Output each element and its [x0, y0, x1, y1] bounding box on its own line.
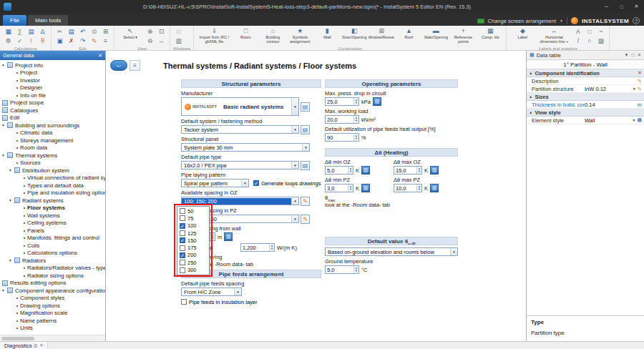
spacing-checkbox[interactable] — [180, 223, 185, 229]
tree-expander-icon[interactable]: ▾ — [2, 288, 7, 293]
sidebar-item-magnification-scale[interactable]: •Magnification scale — [0, 310, 105, 318]
clear-icon[interactable]: ✕ — [638, 70, 642, 76]
default-value-select[interactable]: Based on-ground elevation and rooms belo… — [325, 247, 458, 256]
sidebar-item-radiators[interactable]: ▾Radiators — [0, 257, 105, 265]
draw-rectangle-icon[interactable]: □ — [584, 27, 595, 36]
catalogue-button[interactable]: ▤ — [301, 102, 310, 112]
sidebar-item-investor[interactable]: •Investor — [0, 77, 105, 84]
structural-panel-select[interactable]: System plate 30 mm ▼ — [181, 143, 310, 152]
ground-temperature-input[interactable]: 5,0 ▲▼ — [325, 265, 359, 274]
sidebar-item-radiator-sizing-options[interactable]: •Radiator sizing options — [0, 272, 105, 280]
dropdown-arrow-icon[interactable]: ▼ — [234, 288, 241, 295]
panel-menu-icon[interactable]: ▼ — [624, 52, 628, 58]
formula-icon[interactable]: ▥ — [224, 232, 233, 241]
sidebar-item-project[interactable]: •Project — [0, 69, 105, 77]
spacing-option-150[interactable]: 150 — [177, 237, 209, 244]
partition-structure-value[interactable]: InW 0.12 — [585, 86, 633, 92]
sidebar-item-drawing-options[interactable]: •Drawing options — [0, 302, 105, 310]
spinner-buttons[interactable]: ▲▼ — [210, 233, 215, 240]
spacing-option-100[interactable]: 100 — [177, 222, 209, 230]
sidebar-item-sources[interactable]: •Sources — [0, 159, 105, 167]
sidebar-item-radiant-systems[interactable]: ▾Radiant systems — [0, 197, 105, 205]
edit-pencil-icon[interactable]: ✎ — [638, 86, 642, 92]
horizontal-scrollbar[interactable] — [0, 335, 105, 341]
ribbon-button-door-opening[interactable]: ◧Door/Opening — [341, 27, 367, 46]
temperatures-icon[interactable]: θ — [37, 36, 48, 45]
sidebar-item-virtual-connections-of-radiant-systems[interactable]: •Virtual connections of radiant systems — [0, 174, 105, 182]
sidebar-item-panels[interactable]: •Panels — [0, 227, 105, 235]
ribbon-button-label[interactable]: ◆Label — [509, 27, 535, 46]
zoom-in-icon[interactable]: ⊕ — [145, 27, 155, 36]
ribbon-button-comp-tile[interactable]: ▦Comp. tile — [477, 27, 503, 46]
sidebar-item-component-styles[interactable]: •Component styles — [0, 295, 105, 303]
spinner-buttons[interactable]: ▲▼ — [269, 244, 274, 251]
sidebar-item-results-editing-options[interactable]: Results editing options — [0, 280, 105, 287]
sidebar-item-ceiling-systems[interactable]: •Ceiling systems — [0, 220, 105, 227]
thickness-value[interactable]: 0,14 — [585, 102, 635, 108]
sidebar-item-edit[interactable]: Edit — [0, 114, 105, 122]
diagnostics-list-icon[interactable]: ! — [26, 36, 36, 45]
maximize-button[interactable]: □ — [614, 0, 629, 13]
spinner-buttons[interactable]: ▲▼ — [348, 185, 353, 192]
laying-pattern-select[interactable]: Spiral pipe pattern ▼ — [181, 179, 249, 187]
spinner-buttons[interactable]: ▲▼ — [416, 185, 421, 192]
collapse-icon[interactable]: ▲ — [529, 71, 532, 75]
sidebar-item-component-appearance-configuration[interactable]: ▾Component appearance configuration — [0, 287, 105, 295]
diagnostics-tab[interactable]: Diagnostics 0 ✕ — [0, 342, 48, 349]
section-sizes[interactable]: ▲ Sizes — [527, 93, 644, 101]
find-icon[interactable]: ⊙ — [89, 27, 99, 36]
draw-ellipse-icon[interactable]: ○ — [584, 36, 595, 45]
sidebar-item-wall-systems[interactable]: •Wall systems — [0, 212, 105, 220]
order-icon[interactable]: ≡ — [100, 36, 111, 45]
sidebar-item-pipe-and-insulation-sizing-options[interactable]: •Pipe and insulation sizing options — [0, 190, 105, 197]
general-data-icon[interactable]: ▦ — [3, 27, 14, 36]
spinner-buttons[interactable]: ▲▼ — [353, 116, 358, 123]
main-tools-tab[interactable]: Main tools — [28, 15, 68, 26]
dropdown-arrow-icon[interactable]: ▼ — [291, 98, 298, 115]
tile-windows-icon[interactable]: ▥ — [173, 36, 184, 45]
tree-expander-icon[interactable]: ▾ — [2, 123, 7, 127]
paste-icon[interactable]: ▤ — [66, 27, 77, 36]
sidebar-item-designer[interactable]: •Designer — [0, 84, 105, 92]
collapse-icon[interactable]: ▲ — [529, 110, 532, 114]
edit-pencil-button[interactable]: ✎ — [301, 215, 310, 224]
calculation-options-icon[interactable]: ⚙ — [3, 36, 14, 45]
heat-loss-icon[interactable]: Δ — [37, 27, 48, 36]
image-icon[interactable]: ▨ — [595, 36, 606, 45]
edit-style-icon[interactable]: ✎ — [89, 36, 99, 45]
spinner-buttons[interactable]: ▲▼ — [353, 98, 358, 105]
dropdown-arrow-icon[interactable]: ▼ — [450, 248, 457, 255]
spacing-option-200[interactable]: 200 — [177, 252, 209, 259]
style-table-icon[interactable]: ▦ — [637, 117, 642, 123]
dropdown-arrow-icon[interactable]: ▼ — [302, 144, 309, 151]
delete-icon[interactable]: ✗ — [66, 36, 77, 45]
formula-icon[interactable]: ▥ — [361, 184, 370, 192]
undo-icon[interactable]: ↶ — [77, 27, 88, 36]
sidebar-item-radiators-radiator-valves-types-and-default[interactable]: •Radiators/Radiator valves - types and d… — [0, 265, 105, 272]
manufacturer-select[interactable]: INSTALSOFT Basic radiant systems ▼ — [181, 97, 299, 116]
insulation-checkbox[interactable] — [181, 299, 187, 305]
spacing-checkbox[interactable] — [180, 267, 185, 273]
cut-icon[interactable]: ✂ — [54, 27, 65, 36]
formula-icon[interactable]: ▥ — [430, 166, 439, 174]
spacing-checkbox[interactable] — [180, 208, 185, 214]
pipe-type-select[interactable]: 16x2.0 / PEX pipe ▼ — [181, 161, 299, 169]
dt-max-oz-input[interactable]: 15,0 ▲▼ — [394, 166, 422, 174]
dropdown-arrow-icon[interactable]: ▼ — [632, 118, 635, 122]
sidebar-item-storeys-management[interactable]: •Storeys management — [0, 137, 105, 144]
spinner-buttons[interactable]: ▲▼ — [353, 266, 358, 273]
sidebar-item-coils[interactable]: •Coils — [0, 242, 105, 250]
results-tables-icon[interactable]: ▤ — [26, 27, 36, 36]
dt-min-pz-input[interactable]: 3,0 ▲▼ — [325, 184, 353, 192]
edit-pencil-icon[interactable]: ✎ — [638, 78, 642, 84]
sidebar-item-info-on-file[interactable]: •Info on file — [0, 92, 105, 99]
element-style-value[interactable]: Wall — [585, 117, 632, 124]
spacing-option-250[interactable]: 250 — [177, 259, 209, 266]
pipe-feeds-spacing-select[interactable]: From H/C Zone ▼ — [181, 287, 242, 296]
spacing-checkbox[interactable] — [180, 260, 185, 265]
close-icon[interactable]: ✕ — [638, 52, 641, 58]
selected-component[interactable]: 1° Partition - Wall — [527, 60, 644, 69]
sidebar-item-project-info[interactable]: ▾Project info — [0, 62, 105, 69]
sidebar-item-room-data[interactable]: •Room data — [0, 144, 105, 152]
dropdown-arrow-icon[interactable]: ▼ — [291, 126, 298, 133]
